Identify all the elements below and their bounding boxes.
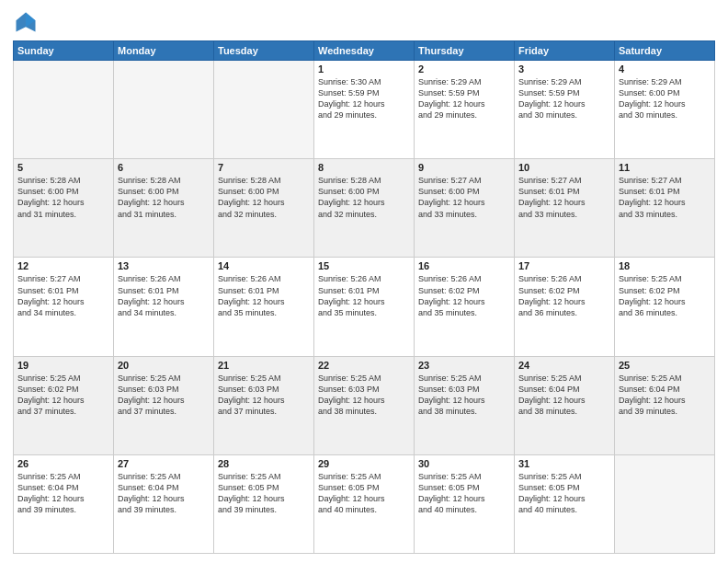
calendar-cell: 15Sunrise: 5:26 AM Sunset: 6:01 PM Dayli… <box>314 258 415 356</box>
day-detail: Sunrise: 5:28 AM Sunset: 6:00 PM Dayligh… <box>118 175 210 220</box>
calendar-cell: 8Sunrise: 5:28 AM Sunset: 6:00 PM Daylig… <box>314 159 415 258</box>
day-detail: Sunrise: 5:29 AM Sunset: 5:59 PM Dayligh… <box>518 76 610 121</box>
day-number: 28 <box>218 458 310 469</box>
day-number: 8 <box>318 162 410 173</box>
day-number: 7 <box>218 162 310 173</box>
day-detail: Sunrise: 5:28 AM Sunset: 6:00 PM Dayligh… <box>318 175 410 220</box>
day-detail: Sunrise: 5:28 AM Sunset: 6:00 PM Dayligh… <box>218 175 310 220</box>
day-number: 18 <box>619 260 711 271</box>
calendar-cell: 30Sunrise: 5:25 AM Sunset: 6:05 PM Dayli… <box>415 454 515 553</box>
col-header-tuesday: Tuesday <box>214 41 314 61</box>
calendar-cell: 10Sunrise: 5:27 AM Sunset: 6:01 PM Dayli… <box>515 159 615 258</box>
col-header-saturday: Saturday <box>615 41 715 61</box>
header <box>13 9 715 35</box>
logo-icon <box>13 9 39 35</box>
calendar-cell <box>615 454 715 553</box>
calendar-cell: 2Sunrise: 5:29 AM Sunset: 5:59 PM Daylig… <box>415 61 515 159</box>
calendar-cell: 27Sunrise: 5:25 AM Sunset: 6:04 PM Dayli… <box>114 454 214 553</box>
col-header-wednesday: Wednesday <box>314 41 415 61</box>
calendar-cell: 24Sunrise: 5:25 AM Sunset: 6:04 PM Dayli… <box>515 356 615 454</box>
calendar-cell: 1Sunrise: 5:30 AM Sunset: 5:59 PM Daylig… <box>314 61 415 159</box>
page: SundayMondayTuesdayWednesdayThursdayFrid… <box>0 0 728 563</box>
day-detail: Sunrise: 5:25 AM Sunset: 6:04 PM Dayligh… <box>518 373 610 418</box>
day-detail: Sunrise: 5:26 AM Sunset: 6:02 PM Dayligh… <box>518 273 610 318</box>
day-detail: Sunrise: 5:25 AM Sunset: 6:05 PM Dayligh… <box>318 471 410 516</box>
calendar-cell <box>114 61 214 159</box>
day-number: 4 <box>619 63 711 75</box>
calendar-cell: 26Sunrise: 5:25 AM Sunset: 6:04 PM Dayli… <box>14 454 114 553</box>
day-detail: Sunrise: 5:26 AM Sunset: 6:02 PM Dayligh… <box>418 273 510 318</box>
day-detail: Sunrise: 5:26 AM Sunset: 6:01 PM Dayligh… <box>318 273 410 318</box>
calendar-cell: 12Sunrise: 5:27 AM Sunset: 6:01 PM Dayli… <box>14 258 114 356</box>
day-detail: Sunrise: 5:27 AM Sunset: 6:01 PM Dayligh… <box>518 175 610 220</box>
day-detail: Sunrise: 5:25 AM Sunset: 6:03 PM Dayligh… <box>118 373 210 418</box>
day-number: 12 <box>17 260 109 271</box>
day-number: 1 <box>318 63 410 75</box>
day-detail: Sunrise: 5:26 AM Sunset: 6:01 PM Dayligh… <box>218 273 310 318</box>
day-detail: Sunrise: 5:25 AM Sunset: 6:05 PM Dayligh… <box>218 471 310 516</box>
day-number: 31 <box>518 458 610 469</box>
day-detail: Sunrise: 5:28 AM Sunset: 6:00 PM Dayligh… <box>17 175 109 220</box>
day-detail: Sunrise: 5:25 AM Sunset: 6:02 PM Dayligh… <box>619 273 711 318</box>
calendar-cell: 13Sunrise: 5:26 AM Sunset: 6:01 PM Dayli… <box>114 258 214 356</box>
day-detail: Sunrise: 5:25 AM Sunset: 6:02 PM Dayligh… <box>17 373 109 418</box>
day-number: 15 <box>318 260 410 271</box>
day-number: 11 <box>619 162 711 173</box>
calendar-cell: 23Sunrise: 5:25 AM Sunset: 6:03 PM Dayli… <box>415 356 515 454</box>
day-number: 23 <box>418 360 510 371</box>
calendar-week-row: 5Sunrise: 5:28 AM Sunset: 6:00 PM Daylig… <box>14 159 715 258</box>
calendar-cell: 14Sunrise: 5:26 AM Sunset: 6:01 PM Dayli… <box>214 258 314 356</box>
logo <box>13 9 42 35</box>
day-detail: Sunrise: 5:25 AM Sunset: 6:04 PM Dayligh… <box>619 373 711 418</box>
calendar-cell <box>214 61 314 159</box>
calendar-week-row: 1Sunrise: 5:30 AM Sunset: 5:59 PM Daylig… <box>14 61 715 159</box>
calendar-cell: 28Sunrise: 5:25 AM Sunset: 6:05 PM Dayli… <box>214 454 314 553</box>
col-header-monday: Monday <box>114 41 214 61</box>
day-detail: Sunrise: 5:25 AM Sunset: 6:04 PM Dayligh… <box>17 471 109 516</box>
calendar-week-row: 26Sunrise: 5:25 AM Sunset: 6:04 PM Dayli… <box>14 454 715 553</box>
day-number: 20 <box>118 360 210 371</box>
calendar-cell: 17Sunrise: 5:26 AM Sunset: 6:02 PM Dayli… <box>515 258 615 356</box>
day-number: 30 <box>418 458 510 469</box>
day-detail: Sunrise: 5:29 AM Sunset: 5:59 PM Dayligh… <box>418 76 510 121</box>
day-detail: Sunrise: 5:25 AM Sunset: 6:05 PM Dayligh… <box>418 471 510 516</box>
day-number: 16 <box>418 260 510 271</box>
calendar-cell: 7Sunrise: 5:28 AM Sunset: 6:00 PM Daylig… <box>214 159 314 258</box>
day-detail: Sunrise: 5:26 AM Sunset: 6:01 PM Dayligh… <box>118 273 210 318</box>
day-number: 5 <box>17 162 109 173</box>
day-number: 22 <box>318 360 410 371</box>
day-detail: Sunrise: 5:27 AM Sunset: 6:01 PM Dayligh… <box>619 175 711 220</box>
day-detail: Sunrise: 5:25 AM Sunset: 6:03 PM Dayligh… <box>318 373 410 418</box>
day-number: 24 <box>518 360 610 371</box>
day-detail: Sunrise: 5:25 AM Sunset: 6:05 PM Dayligh… <box>518 471 610 516</box>
day-detail: Sunrise: 5:25 AM Sunset: 6:03 PM Dayligh… <box>218 373 310 418</box>
day-number: 10 <box>518 162 610 173</box>
day-detail: Sunrise: 5:25 AM Sunset: 6:03 PM Dayligh… <box>418 373 510 418</box>
calendar-cell: 6Sunrise: 5:28 AM Sunset: 6:00 PM Daylig… <box>114 159 214 258</box>
calendar-cell: 21Sunrise: 5:25 AM Sunset: 6:03 PM Dayli… <box>214 356 314 454</box>
day-number: 21 <box>218 360 310 371</box>
calendar-cell: 16Sunrise: 5:26 AM Sunset: 6:02 PM Dayli… <box>415 258 515 356</box>
calendar-cell: 4Sunrise: 5:29 AM Sunset: 6:00 PM Daylig… <box>615 61 715 159</box>
calendar-cell: 20Sunrise: 5:25 AM Sunset: 6:03 PM Dayli… <box>114 356 214 454</box>
calendar-week-row: 19Sunrise: 5:25 AM Sunset: 6:02 PM Dayli… <box>14 356 715 454</box>
day-number: 6 <box>118 162 210 173</box>
calendar-cell: 9Sunrise: 5:27 AM Sunset: 6:00 PM Daylig… <box>415 159 515 258</box>
calendar-cell: 3Sunrise: 5:29 AM Sunset: 5:59 PM Daylig… <box>515 61 615 159</box>
col-header-friday: Friday <box>515 41 615 61</box>
day-number: 26 <box>17 458 109 469</box>
calendar-cell: 22Sunrise: 5:25 AM Sunset: 6:03 PM Dayli… <box>314 356 415 454</box>
calendar-cell <box>14 61 114 159</box>
calendar-cell: 29Sunrise: 5:25 AM Sunset: 6:05 PM Dayli… <box>314 454 415 553</box>
day-number: 13 <box>118 260 210 271</box>
day-number: 3 <box>518 63 610 75</box>
day-number: 27 <box>118 458 210 469</box>
col-header-sunday: Sunday <box>14 41 114 61</box>
col-header-thursday: Thursday <box>415 41 515 61</box>
calendar-cell: 18Sunrise: 5:25 AM Sunset: 6:02 PM Dayli… <box>615 258 715 356</box>
day-detail: Sunrise: 5:30 AM Sunset: 5:59 PM Dayligh… <box>318 76 410 121</box>
day-number: 2 <box>418 63 510 75</box>
day-number: 14 <box>218 260 310 271</box>
calendar-cell: 19Sunrise: 5:25 AM Sunset: 6:02 PM Dayli… <box>14 356 114 454</box>
calendar-cell: 5Sunrise: 5:28 AM Sunset: 6:00 PM Daylig… <box>14 159 114 258</box>
